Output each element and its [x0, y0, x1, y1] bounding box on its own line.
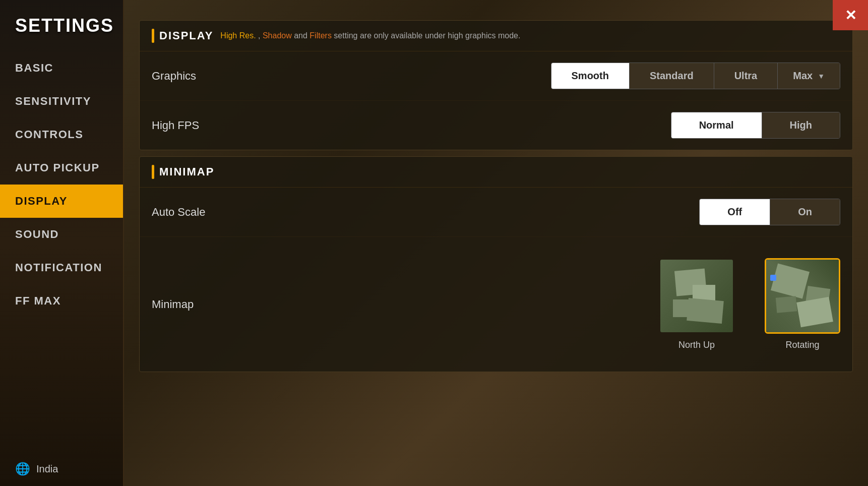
- sidebar: SETTINGS BASIC SENSITIVITY CONTROLS AUTO…: [0, 0, 124, 486]
- display-section-title: DISPLAY: [159, 29, 213, 42]
- north-up-building-2: [673, 299, 698, 317]
- minimap-north-up-thumb: [659, 258, 734, 334]
- settings-title: SETTINGS: [0, 0, 123, 51]
- graphics-max-label: Max: [793, 70, 813, 82]
- minimap-row: Minimap North Up: [140, 237, 852, 372]
- minimap-rotating-option[interactable]: Rotating: [765, 258, 840, 350]
- graphics-max-btn[interactable]: Max ▼: [778, 63, 840, 89]
- fps-normal-btn[interactable]: Normal: [671, 112, 762, 138]
- sidebar-item-sound[interactable]: SOUND: [0, 218, 123, 251]
- sidebar-item-auto-pickup[interactable]: AUTO PICKUP: [0, 151, 123, 185]
- region-label: India: [36, 463, 58, 475]
- auto-scale-options: Off On: [699, 199, 840, 225]
- note-text2: and: [294, 31, 309, 40]
- minimap-options: North Up Rotating: [659, 248, 840, 360]
- rotating-map-element: [770, 275, 776, 281]
- rotating-building: [804, 286, 831, 314]
- sidebar-item-controls[interactable]: CONTROLS: [0, 118, 123, 151]
- rotating-map-bg: [766, 260, 839, 332]
- note-highlight3: Filters: [309, 31, 332, 40]
- sidebar-item-notification[interactable]: NOTIFICATION: [0, 251, 123, 284]
- graphics-smooth-btn[interactable]: Smooth: [551, 63, 630, 89]
- main-content: ✕ DISPLAY High Res. , Shadow and Filters…: [124, 0, 868, 486]
- north-up-building: [693, 285, 715, 313]
- graphics-standard-btn[interactable]: Standard: [630, 63, 714, 89]
- minimap-north-up-label: North Up: [678, 340, 715, 350]
- auto-scale-off-btn[interactable]: Off: [700, 199, 770, 225]
- north-up-map-bg: [660, 260, 733, 332]
- sidebar-item-ff-max[interactable]: FF MAX: [0, 284, 123, 318]
- note-highlight2: Shadow: [263, 31, 292, 40]
- sidebar-item-sensitivity[interactable]: SENSITIVITY: [0, 85, 123, 118]
- high-fps-row: High FPS Normal High: [140, 101, 852, 150]
- note-highlight1: High Res.: [220, 31, 256, 40]
- auto-scale-label: Auto Scale: [152, 206, 699, 219]
- minimap-section-title: MINIMAP: [159, 165, 214, 178]
- auto-scale-on-btn[interactable]: On: [770, 199, 840, 225]
- sidebar-item-display[interactable]: DISPLAY: [0, 185, 123, 218]
- minimap-rotating-label: Rotating: [785, 340, 819, 350]
- high-fps-options: Normal High: [671, 112, 840, 139]
- auto-scale-row: Auto Scale Off On: [140, 188, 852, 237]
- close-button[interactable]: ✕: [833, 0, 868, 30]
- sidebar-item-basic[interactable]: BASIC: [0, 51, 123, 85]
- display-header: DISPLAY High Res. , Shadow and Filters s…: [140, 21, 852, 51]
- minimap-rotating-thumb: [765, 258, 840, 334]
- sidebar-nav: BASIC SENSITIVITY CONTROLS AUTO PICKUP D…: [0, 51, 123, 452]
- graphics-label: Graphics: [152, 70, 551, 83]
- rotating-building-2: [776, 296, 797, 313]
- minimap-header: MINIMAP: [140, 157, 852, 188]
- close-icon: ✕: [845, 7, 856, 24]
- region-footer[interactable]: 🌐 India: [0, 452, 123, 486]
- display-panel: DISPLAY High Res. , Shadow and Filters s…: [139, 20, 853, 150]
- minimap-section-indicator: [152, 165, 154, 179]
- minimap-north-up-option[interactable]: North Up: [659, 258, 734, 350]
- globe-icon: 🌐: [15, 462, 30, 476]
- fps-high-btn[interactable]: High: [762, 112, 840, 138]
- note-text3: setting are only available under high gr…: [334, 31, 520, 40]
- minimap-panel: MINIMAP Auto Scale Off On Minimap: [139, 156, 853, 372]
- section-indicator: [152, 29, 154, 43]
- minimap-row-label: Minimap: [152, 298, 659, 311]
- note-text1: ,: [258, 31, 263, 40]
- graphics-ultra-btn[interactable]: Ultra: [714, 63, 778, 89]
- graphics-options: Smooth Standard Ultra Max ▼: [551, 63, 840, 89]
- graphics-row: Graphics Smooth Standard Ultra Max ▼: [140, 51, 852, 101]
- high-fps-label: High FPS: [152, 119, 671, 132]
- chevron-down-icon: ▼: [818, 72, 825, 80]
- display-section-note: High Res. , Shadow and Filters setting a…: [220, 31, 520, 40]
